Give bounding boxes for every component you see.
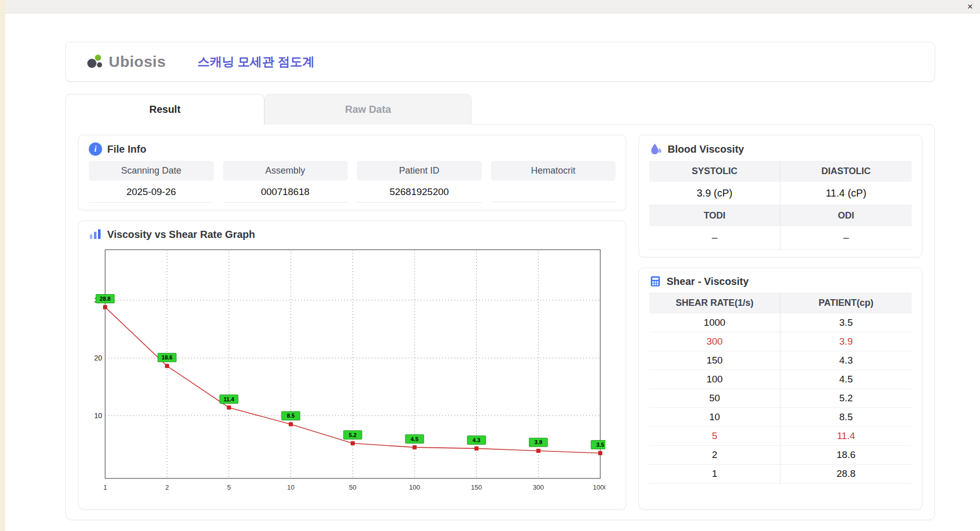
patient-viscosity-cell: 5.2 [780,389,912,408]
header-card: Ubiosis 스캐닝 모세관 점도계 [65,42,935,82]
result-panel: i File Info Scanning Date2025-09-26Assem… [65,124,935,520]
patient-column-header: PATIENT(cp) [780,293,912,313]
chart-area: 1020301251050100150300100028.818.611.48.… [89,246,616,497]
svg-text:18.6: 18.6 [162,354,173,360]
field-value: 52681925200 [357,181,482,203]
shear-viscosity-card: Shear - Viscosity SHEAR RATE(1/s) PATIEN… [639,268,922,510]
patient-viscosity-cell: 3.9 [780,332,912,351]
svg-text:100: 100 [409,484,420,491]
diastolic-label: DIASTOLIC [780,161,912,182]
table-row: 511.4 [649,427,912,446]
shear-rate-cell: 50 [649,389,780,408]
shear-rate-cell: 100 [649,370,780,389]
left-edge-strip [0,0,5,531]
shear-rate-cell: 2 [649,446,780,465]
logo-dots-icon [84,53,105,70]
table-row: 10003.5 [649,313,912,332]
shear-rate-cell: 300 [649,332,780,351]
file-info-card: i File Info Scanning Date2025-09-26Assem… [78,135,626,210]
file-info-field: Hematocrit [491,161,616,203]
patient-viscosity-cell: 4.3 [780,351,912,370]
brand-logo: Ubiosis [84,53,166,70]
file-info-title: File Info [107,143,146,155]
blood-viscosity-table: SYSTOLIC DIASTOLIC 3.9 (cP) 11.4 (cP) TO… [649,161,912,250]
table-row: 1004.5 [649,370,912,389]
svg-text:300: 300 [533,484,544,491]
blood-viscosity-card: Blood Viscosity SYSTOLIC DIASTOLIC 3.9 (… [639,135,922,257]
svg-text:11.4: 11.4 [224,396,235,402]
water-drop-icon [649,142,663,156]
field-label: Hematocrit [491,161,616,181]
tab-bar: Result Raw Data [65,94,935,125]
viscosity-chart: 1020301251050100150300100028.818.611.48.… [90,248,605,495]
tab-result[interactable]: Result [65,94,264,125]
table-row: 3003.9 [649,332,912,351]
svg-text:5: 5 [227,484,231,491]
shear-rate-cell: 150 [649,351,780,370]
file-info-field: Patient ID52681925200 [357,161,482,203]
table-row: 1504.3 [649,351,912,370]
svg-text:3.5: 3.5 [596,442,604,448]
bar-chart-icon [89,228,102,240]
svg-text:1000: 1000 [593,484,605,491]
svg-text:8.5: 8.5 [287,413,295,419]
field-label: Scanning Date [89,161,214,181]
svg-text:2: 2 [165,484,169,491]
todi-label: TODI [649,205,780,226]
svg-text:28.8: 28.8 [100,296,110,302]
field-label: Patient ID [357,161,482,181]
svg-text:5.2: 5.2 [349,432,356,438]
shear-viscosity-rows: 10003.53003.91504.31004.5505.2108.5511.4… [649,313,912,484]
svg-text:150: 150 [471,484,482,491]
svg-text:1: 1 [103,484,107,491]
field-value: 000718618 [223,181,348,203]
svg-text:10: 10 [94,412,102,420]
shear-rate-cell: 10 [649,408,780,427]
patient-viscosity-cell: 11.4 [780,427,912,446]
file-info-field: Assembly000718618 [223,161,348,203]
graph-title: Viscosity vs Shear Rate Graph [107,229,255,240]
page-title: 스캐닝 모세관 점도계 [198,54,314,70]
field-value: 2025-09-26 [89,181,214,203]
todi-value: – [649,226,780,250]
shear-rate-cell: 1000 [649,313,780,332]
diastolic-value: 11.4 (cP) [780,182,912,205]
systolic-label: SYSTOLIC [649,161,780,182]
window-titlebar: × [5,0,980,13]
systolic-value: 3.9 (cP) [649,182,780,205]
table-row: 128.8 [649,465,912,484]
odi-label: ODI [780,205,912,226]
file-info-field: Scanning Date2025-09-26 [89,161,214,203]
odi-value: – [780,226,912,250]
svg-text:50: 50 [349,484,356,491]
svg-text:10: 10 [287,484,295,491]
table-row: 218.6 [649,446,912,465]
shear-rate-cell: 1 [649,465,780,484]
field-value [491,181,616,202]
graph-card: Viscosity vs Shear Rate Graph 1020301251… [78,221,626,510]
calculator-icon [649,275,662,287]
shear-rate-cell: 5 [649,427,780,446]
window-close-button[interactable]: × [967,1,973,13]
patient-viscosity-cell: 4.5 [780,370,912,389]
brand-name: Ubiosis [109,53,166,70]
info-icon: i [89,142,102,156]
shear-rate-column-header: SHEAR RATE(1/s) [649,293,780,313]
svg-text:3.9: 3.9 [534,439,542,445]
patient-viscosity-cell: 3.5 [780,313,912,332]
tab-result-label: Result [149,104,180,115]
field-label: Assembly [223,161,348,181]
table-row: 108.5 [649,408,912,427]
tab-raw-data[interactable]: Raw Data [264,94,472,125]
patient-viscosity-cell: 18.6 [780,446,912,465]
app-window: Ubiosis 스캐닝 모세관 점도계 Result Raw Data i Fi… [5,13,980,531]
table-row: 505.2 [649,389,912,408]
shear-viscosity-table: SHEAR RATE(1/s) PATIENT(cp) 10003.53003.… [649,293,912,484]
svg-text:4.5: 4.5 [411,436,419,442]
tab-raw-data-label: Raw Data [345,104,391,115]
file-info-fields: Scanning Date2025-09-26Assembly000718618… [89,161,616,203]
svg-text:20: 20 [94,354,102,362]
blood-viscosity-title: Blood Viscosity [668,143,744,155]
svg-text:4.3: 4.3 [473,437,480,443]
shear-viscosity-title: Shear - Viscosity [667,276,749,287]
